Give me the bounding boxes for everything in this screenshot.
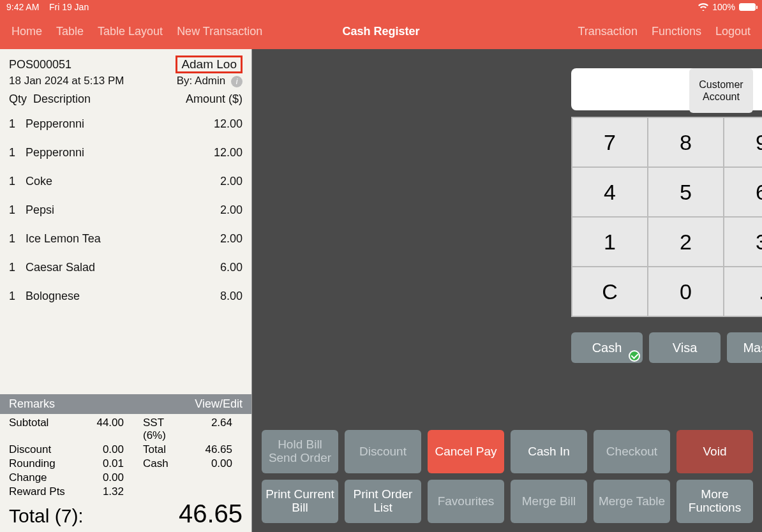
key-8[interactable]: 8 bbox=[648, 117, 724, 167]
status-date: Fri 19 Jan bbox=[49, 2, 89, 12]
list-item[interactable]: 1Caesar Salad6.00 bbox=[9, 253, 243, 282]
status-bar: 9:42 AM Fri 19 Jan 100% bbox=[0, 0, 762, 14]
key-7[interactable]: 7 bbox=[572, 117, 648, 167]
status-time: 9:42 AM bbox=[6, 2, 39, 12]
page-title: Cash Register bbox=[342, 25, 419, 38]
cash-in-button[interactable]: Cash In bbox=[511, 430, 587, 473]
key-0[interactable]: 0 bbox=[648, 267, 724, 316]
remarks-bar[interactable]: Remarks View/Edit bbox=[0, 394, 251, 414]
keypad: 7 8 9 10 4 5 6 20 1 2 3 50 C 0 . Exact bbox=[571, 117, 762, 317]
list-item[interactable]: 1Pepsi2.00 bbox=[9, 196, 243, 225]
merge-bill-button[interactable]: Merge Bill bbox=[511, 480, 587, 523]
remarks-label: Remarks bbox=[9, 397, 55, 411]
discount-button[interactable]: Discount bbox=[345, 430, 421, 473]
receipt-by: By: Admin bbox=[177, 75, 226, 87]
list-item[interactable]: 1Pepperonni12.00 bbox=[9, 138, 243, 167]
favourites-button[interactable]: Favourites bbox=[428, 480, 504, 523]
key-4[interactable]: 4 bbox=[572, 167, 648, 217]
nav-transaction[interactable]: Transaction bbox=[578, 25, 638, 38]
info-icon[interactable]: i bbox=[231, 76, 243, 87]
battery-icon bbox=[739, 3, 756, 11]
nav-functions[interactable]: Functions bbox=[652, 25, 701, 38]
nav-home[interactable]: Home bbox=[11, 25, 42, 38]
cancel-pay-button[interactable]: Cancel Pay bbox=[428, 430, 504, 473]
nav-bar: Home Table Table Layout New Transaction … bbox=[0, 14, 762, 49]
receipt-id: POS000051 bbox=[9, 58, 71, 71]
check-icon bbox=[629, 350, 640, 362]
col-desc: Description bbox=[33, 92, 91, 105]
pay-cash-button[interactable]: Cash bbox=[571, 332, 643, 363]
customer-account-button[interactable]: Customer Account bbox=[689, 68, 753, 113]
print-current-bill-button[interactable]: Print Current Bill bbox=[262, 480, 338, 523]
col-amount: Amount ($) bbox=[186, 92, 243, 106]
list-item[interactable]: 1Ice Lemon Tea2.00 bbox=[9, 225, 243, 253]
nav-new-transaction[interactable]: New Transaction bbox=[177, 25, 262, 38]
battery-percent: 100% bbox=[712, 2, 735, 12]
customer-name[interactable]: Adam Loo bbox=[176, 55, 243, 73]
wifi-icon bbox=[698, 3, 708, 11]
checkout-button[interactable]: Checkout bbox=[594, 430, 670, 473]
nav-table-layout[interactable]: Table Layout bbox=[98, 25, 163, 38]
key-5[interactable]: 5 bbox=[648, 167, 724, 217]
list-item[interactable]: 1Coke2.00 bbox=[9, 167, 243, 196]
list-item[interactable]: 1Bolognese8.00 bbox=[9, 282, 243, 311]
key-6[interactable]: 6 bbox=[724, 167, 762, 217]
merge-table-button[interactable]: Merge Table bbox=[594, 480, 670, 523]
key-3[interactable]: 3 bbox=[724, 217, 762, 267]
remarks-action[interactable]: View/Edit bbox=[195, 397, 243, 411]
pay-visa-button[interactable]: Visa bbox=[649, 332, 721, 363]
key-9[interactable]: 9 bbox=[724, 117, 762, 167]
items-list: 1Pepperonni12.00 1Pepperonni12.00 1Coke2… bbox=[0, 110, 251, 311]
key-dot[interactable]: . bbox=[724, 267, 762, 316]
key-1[interactable]: 1 bbox=[572, 217, 648, 267]
hold-bill-button[interactable]: Hold Bill Send Order bbox=[262, 430, 338, 473]
col-qty: Qty bbox=[9, 92, 27, 105]
bottom-button-grid: Hold Bill Send Order Discount Cancel Pay… bbox=[0, 430, 762, 532]
nav-table[interactable]: Table bbox=[56, 25, 84, 38]
receipt-datetime: 18 Jan 2024 at 5:13 PM bbox=[9, 75, 124, 87]
list-item[interactable]: 1Pepperonni12.00 bbox=[9, 110, 243, 138]
key-2[interactable]: 2 bbox=[648, 217, 724, 267]
print-order-list-button[interactable]: Print Order List bbox=[345, 480, 421, 523]
key-clear[interactable]: C bbox=[572, 267, 648, 316]
more-functions-button[interactable]: More Functions bbox=[676, 480, 753, 523]
nav-logout[interactable]: Logout bbox=[715, 25, 751, 38]
pay-master-button[interactable]: Master bbox=[727, 332, 762, 363]
void-button[interactable]: Void bbox=[676, 430, 753, 473]
